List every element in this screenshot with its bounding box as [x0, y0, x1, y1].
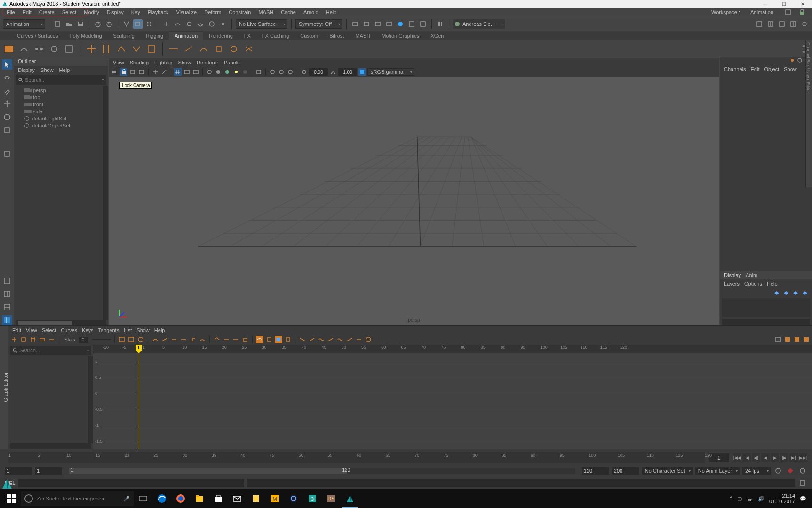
range-start-outer-field[interactable]	[5, 467, 32, 475]
cb-menu-object[interactable]: Object	[764, 66, 779, 72]
ge-menu-keys[interactable]: Keys	[82, 327, 93, 333]
outliner-item-front[interactable]: front	[16, 101, 106, 108]
panel-settings-icon[interactable]	[800, 19, 809, 29]
ge-outliner-body[interactable]	[8, 356, 93, 443]
vp-xray-joints-icon[interactable]	[278, 68, 285, 76]
time-slider-track[interactable]: 1510152025303540455055606570758085909510…	[8, 452, 705, 463]
shelf-icon[interactable]	[100, 43, 112, 55]
vp-menu-view[interactable]: View	[113, 60, 124, 65]
ge-open-cam-icon[interactable]	[803, 336, 810, 343]
app-ds-icon[interactable]: DS	[322, 489, 341, 508]
account-dropdown[interactable]: Andreas Sie...	[453, 19, 505, 29]
layout-two-icon[interactable]	[2, 302, 12, 312]
outliner-item-top[interactable]: top	[16, 94, 106, 101]
range-start-inner-field[interactable]	[35, 467, 62, 475]
pause-icon[interactable]	[436, 19, 445, 29]
ge-search[interactable]	[10, 346, 91, 355]
firefox-icon[interactable]	[171, 489, 190, 508]
outliner-menu-help[interactable]: Help	[59, 67, 70, 73]
vp-color-mgmt-dropdown[interactable]: sRGB gamma	[367, 68, 414, 76]
layer-icon[interactable]	[783, 289, 789, 296]
move-tool-icon[interactable]	[2, 99, 12, 109]
shelf-tab-rigging[interactable]: Rigging	[140, 32, 169, 40]
ge-tangent-clamped-icon[interactable]	[170, 336, 178, 343]
snap-point-icon[interactable]	[184, 19, 194, 29]
ge-open-dope-icon[interactable]	[784, 336, 791, 343]
rotate-tool-icon[interactable]	[2, 112, 12, 122]
maya-taskbar-icon[interactable]	[341, 489, 359, 508]
ge-tangent-spline-icon[interactable]	[151, 336, 159, 343]
shelf-tab-sculpting[interactable]: Sculpting	[108, 32, 140, 40]
rc-icon[interactable]	[789, 57, 795, 65]
shelf-icon[interactable]	[167, 43, 180, 55]
vp-exposure-icon[interactable]	[300, 68, 308, 76]
menu-mash[interactable]: MASH	[255, 8, 277, 16]
menu-display[interactable]: Display	[103, 8, 127, 16]
vp-isolate-icon[interactable]	[255, 68, 263, 76]
ge-menu-select[interactable]: Select	[42, 327, 56, 333]
select-tool-icon[interactable]	[2, 59, 12, 70]
step-fwd-key-button[interactable]: ▶|	[789, 453, 798, 462]
shelf-tab-curves[interactable]: Curves / Surfaces	[11, 32, 64, 40]
outliner-menu-show[interactable]: Show	[40, 67, 54, 73]
play-forward-button[interactable]: ▶	[771, 453, 779, 462]
vp-exposure-field[interactable]	[309, 68, 328, 76]
layout-four-icon[interactable]	[2, 289, 12, 299]
ge-center-view-icon[interactable]	[137, 336, 144, 343]
character-set-dropdown[interactable]: No Character Set	[642, 467, 693, 475]
panel-layout-icon-3[interactable]	[777, 19, 787, 29]
tray-chevron-icon[interactable]: ˄	[730, 496, 732, 502]
shelf-icon[interactable]	[18, 43, 30, 55]
ge-frame-play-icon[interactable]	[127, 336, 135, 343]
new-scene-icon[interactable]	[53, 19, 63, 29]
outliner-search[interactable]	[16, 75, 106, 85]
range-slider[interactable]: 1 120	[69, 468, 575, 474]
ge-lin-icon[interactable]	[346, 336, 353, 343]
ge-lattice-icon[interactable]	[29, 336, 37, 343]
panel-layout-icon-4[interactable]	[788, 19, 798, 29]
notes-icon[interactable]	[247, 489, 265, 508]
shelf-tab-mash[interactable]: MASH	[350, 32, 376, 40]
shelf-icon[interactable]	[145, 43, 158, 55]
panel-layout-icon-2[interactable]	[766, 19, 775, 29]
playback-icon-3[interactable]	[373, 19, 382, 29]
ge-lock-tangent-icon[interactable]	[241, 336, 249, 343]
shelf-tab-animation[interactable]: Animation	[169, 32, 203, 40]
layer-menu-options[interactable]: Options	[744, 281, 762, 286]
vp-grease-pencil-icon[interactable]	[160, 68, 168, 76]
layout-single-icon[interactable]	[2, 276, 12, 286]
menu-modify[interactable]: Modify	[80, 8, 103, 16]
menu-file[interactable]: File	[3, 8, 19, 16]
last-tool-icon[interactable]	[2, 149, 12, 159]
vp-select-camera-icon[interactable]	[111, 68, 119, 76]
playback-icon-4[interactable]	[384, 19, 394, 29]
set-key-icon[interactable]	[786, 466, 795, 476]
app-circle-icon[interactable]	[284, 489, 303, 508]
layer-hscrollbar[interactable]	[722, 319, 810, 325]
ge-menu-list[interactable]: List	[124, 327, 132, 333]
tray-volume-icon[interactable]: 🔊	[758, 496, 764, 502]
menu-help[interactable]: Help	[322, 8, 341, 16]
ge-tangent-flat-icon[interactable]	[180, 336, 187, 343]
ge-menu-curves[interactable]: Curves	[61, 327, 77, 333]
ge-tangent-step-icon[interactable]	[189, 336, 197, 343]
layer-menu-layers[interactable]: Layers	[724, 281, 740, 286]
ge-retime-icon[interactable]	[48, 336, 56, 343]
ge-oscillate-icon[interactable]	[336, 336, 344, 343]
fps-dropdown[interactable]: 24 fps	[742, 467, 771, 475]
anim-layer-dropdown[interactable]: No Anim Layer	[695, 467, 740, 475]
outliner-item-objectset[interactable]: defaultObjectSet	[16, 122, 106, 129]
range-end-inner-field[interactable]	[582, 467, 609, 475]
layer-icon[interactable]	[773, 289, 780, 296]
shelf-icon[interactable]	[3, 43, 15, 55]
vp-color-mgmt-icon[interactable]	[358, 68, 366, 76]
snap-view-icon[interactable]	[207, 19, 216, 29]
ge-autotan-icon[interactable]	[256, 336, 263, 343]
workspace-lock-icon[interactable]	[795, 8, 809, 16]
symmetry-dropdown[interactable]: Symmetry: Off	[295, 19, 342, 29]
store-icon[interactable]	[209, 489, 228, 508]
vp-2d-pan-icon[interactable]	[151, 68, 159, 76]
microphone-icon[interactable]: 🎤	[123, 496, 130, 502]
vp-light-icon[interactable]	[232, 68, 240, 76]
vp-menu-lighting[interactable]: Lighting	[154, 60, 173, 65]
